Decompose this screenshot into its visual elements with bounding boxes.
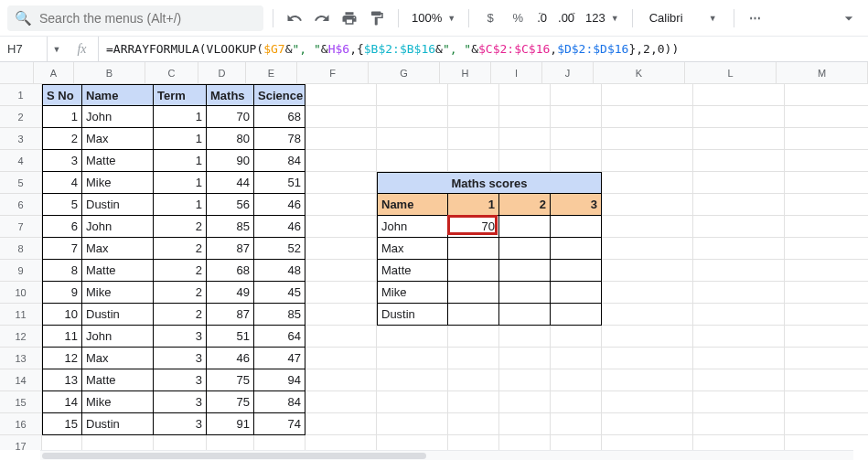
cell[interactable] — [305, 216, 377, 238]
cell[interactable] — [448, 369, 499, 391]
main-header[interactable]: Term — [154, 84, 207, 106]
select-all-corner[interactable] — [0, 62, 34, 84]
cell[interactable] — [785, 260, 868, 282]
menu-search-input[interactable] — [39, 11, 256, 26]
cell[interactable] — [693, 348, 785, 369]
more-tools-button[interactable]: ⋯ — [744, 6, 767, 30]
cell[interactable] — [602, 435, 693, 450]
cell[interactable] — [693, 172, 785, 194]
cell[interactable] — [693, 260, 785, 282]
cell[interactable] — [305, 128, 377, 150]
cell[interactable] — [499, 435, 551, 450]
main-cell[interactable]: 3 — [154, 391, 207, 413]
main-cell[interactable]: 85 — [254, 304, 305, 326]
row-header-16[interactable]: 16 — [0, 413, 42, 435]
cell[interactable] — [305, 260, 377, 282]
main-cell[interactable]: 52 — [254, 238, 305, 260]
lookup-header[interactable]: 2 — [499, 194, 551, 216]
cell[interactable] — [305, 282, 377, 304]
cell[interactable] — [602, 326, 693, 348]
undo-button[interactable] — [283, 6, 306, 30]
main-cell[interactable]: 2 — [154, 282, 207, 304]
main-cell[interactable]: 46 — [254, 216, 305, 238]
main-cell[interactable]: 68 — [207, 260, 254, 282]
column-header-D[interactable]: D — [198, 62, 246, 84]
row-header-11[interactable]: 11 — [0, 304, 42, 326]
cell[interactable] — [305, 391, 377, 413]
increase-decimal-button[interactable]: .00→ — [554, 11, 578, 25]
cell[interactable] — [602, 216, 693, 238]
lookup-cell[interactable] — [551, 304, 602, 326]
main-cell[interactable]: Max — [82, 348, 154, 369]
cell[interactable] — [602, 172, 693, 194]
scrollbar-thumb[interactable] — [42, 453, 426, 459]
cell[interactable] — [785, 348, 868, 369]
cell[interactable] — [785, 238, 868, 260]
cell[interactable] — [602, 106, 693, 128]
cell[interactable] — [551, 106, 602, 128]
cell[interactable] — [785, 172, 868, 194]
main-cell[interactable]: John — [82, 106, 154, 128]
cell[interactable] — [448, 84, 499, 106]
cell[interactable] — [305, 435, 377, 450]
cell[interactable] — [377, 435, 448, 450]
main-cell[interactable]: 47 — [254, 348, 305, 369]
lookup-cell[interactable] — [448, 282, 499, 304]
row-header-15[interactable]: 15 — [0, 391, 42, 413]
main-cell[interactable]: 10 — [42, 304, 82, 326]
main-cell[interactable]: 2 — [154, 216, 207, 238]
main-header[interactable]: Name — [82, 84, 154, 106]
cell[interactable] — [785, 216, 868, 238]
cell[interactable] — [305, 413, 377, 435]
font-dropdown[interactable]: Calibri▼ — [642, 11, 724, 25]
cell[interactable] — [305, 84, 377, 106]
cell[interactable] — [499, 106, 551, 128]
cell[interactable] — [785, 304, 868, 326]
main-cell[interactable]: 68 — [254, 106, 305, 128]
main-cell[interactable]: 1 — [42, 106, 82, 128]
cell[interactable] — [602, 391, 693, 413]
main-cell[interactable]: Max — [82, 128, 154, 150]
row-header-8[interactable]: 8 — [0, 238, 42, 260]
main-cell[interactable]: 2 — [154, 238, 207, 260]
cell[interactable] — [693, 128, 785, 150]
zoom-dropdown[interactable]: 100%▼ — [408, 11, 459, 25]
cell[interactable] — [551, 348, 602, 369]
cell[interactable] — [551, 128, 602, 150]
column-header-A[interactable]: A — [34, 62, 74, 84]
column-header-I[interactable]: I — [491, 62, 542, 84]
cell[interactable] — [377, 369, 448, 391]
lookup-cell[interactable] — [448, 260, 499, 282]
currency-button[interactable]: $ — [478, 6, 502, 30]
main-cell[interactable]: 2 — [154, 304, 207, 326]
cell[interactable] — [207, 435, 254, 450]
lookup-cell[interactable] — [499, 216, 551, 238]
print-button[interactable] — [338, 6, 361, 30]
cell[interactable] — [602, 282, 693, 304]
main-cell[interactable]: 1 — [154, 150, 207, 172]
main-cell[interactable]: John — [82, 326, 154, 348]
cell[interactable] — [602, 413, 693, 435]
cell[interactable] — [499, 84, 551, 106]
main-cell[interactable]: 51 — [254, 172, 305, 194]
main-cell[interactable]: Matte — [82, 260, 154, 282]
cell[interactable] — [693, 238, 785, 260]
main-cell[interactable]: 9 — [42, 282, 82, 304]
row-header-14[interactable]: 14 — [0, 369, 42, 391]
cell[interactable] — [448, 106, 499, 128]
cell[interactable] — [305, 369, 377, 391]
main-cell[interactable]: 1 — [154, 106, 207, 128]
main-cell[interactable]: John — [82, 216, 154, 238]
cell[interactable] — [499, 150, 551, 172]
lookup-cell[interactable] — [551, 282, 602, 304]
cell[interactable] — [82, 435, 154, 450]
cell[interactable] — [551, 84, 602, 106]
cell[interactable] — [785, 326, 868, 348]
main-cell[interactable]: 44 — [207, 172, 254, 194]
cell[interactable] — [305, 326, 377, 348]
row-header-6[interactable]: 6 — [0, 194, 42, 216]
cell[interactable] — [785, 106, 868, 128]
cell[interactable] — [693, 391, 785, 413]
cell[interactable] — [305, 304, 377, 326]
main-cell[interactable]: 12 — [42, 348, 82, 369]
